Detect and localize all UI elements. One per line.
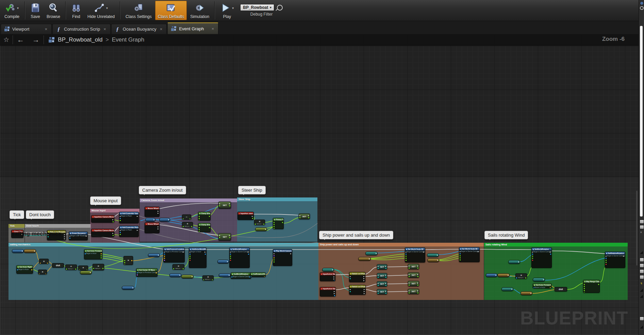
node-clamp-float[interactable]: Clamp (float) xyxy=(198,212,211,221)
node-mouse-wheel-up[interactable]: Mouse Wheel Up xyxy=(145,207,160,217)
close-icon[interactable]: × xyxy=(103,27,107,32)
node-[interactable]: ×Add pin + xyxy=(172,264,184,270)
variable-pill[interactable] xyxy=(148,253,160,257)
node-getrotationxvector[interactable]: GetRotationXVector xyxy=(250,272,266,277)
node-set[interactable]: SET xyxy=(408,289,419,294)
node-[interactable]: ×Add pin + xyxy=(202,275,214,281)
node-[interactable]: ×Add pin + xyxy=(254,220,265,225)
node-finterp-to[interactable]: FInterp To xyxy=(273,218,284,229)
variable-pill[interactable] xyxy=(508,260,520,264)
node-[interactable]: × xyxy=(38,270,47,274)
node-set-world-scale-3d[interactable]: Set World Scale 3DTarget is Scene Compon… xyxy=(405,248,425,262)
toolbar-button-simulation[interactable]: Simulation xyxy=(187,1,212,20)
node-inputaction-sailreef[interactable]: InputAction SailReef xyxy=(320,287,336,297)
variable-pill[interactable] xyxy=(501,287,513,291)
variable-pill[interactable] xyxy=(365,252,378,255)
node-get-actor-right-vector[interactable]: Get Actor Right VectorTarget is Actor xyxy=(16,265,33,274)
node-dot[interactable]: dot xyxy=(555,287,567,291)
node-set[interactable]: SET xyxy=(299,213,310,219)
panel-mini-button[interactable] xyxy=(640,269,644,273)
tab-viewport[interactable]: Viewport× xyxy=(1,24,52,34)
variable-pill[interactable] xyxy=(12,249,24,253)
node-map-range-clamped[interactable]: Map Range Clamped xyxy=(583,280,600,293)
node-[interactable]: ÷Add pin + xyxy=(65,265,77,270)
node-[interactable]: − xyxy=(182,214,191,220)
close-icon[interactable]: × xyxy=(44,27,48,32)
node-[interactable]: ×Add pin + xyxy=(515,273,527,279)
node-addactorworldrotation[interactable]: AddActorWorldRotationTarget is Actor xyxy=(189,248,207,268)
toolbar-button-browse[interactable]: Browse xyxy=(44,1,63,20)
variable-pill[interactable] xyxy=(80,271,92,274)
node-setrelativerotation[interactable]: SetRelativeRotationTarget is Scene Compo… xyxy=(605,252,625,268)
variable-pill[interactable] xyxy=(219,273,231,277)
node-set[interactable]: SET xyxy=(408,264,419,269)
close-icon[interactable]: × xyxy=(159,27,163,32)
node-clamp-float[interactable]: Clamp (float) xyxy=(198,223,211,232)
variable-pill[interactable] xyxy=(169,273,181,277)
variable-pill[interactable] xyxy=(122,286,134,290)
debug-search-icon[interactable] xyxy=(277,5,283,11)
tab-construction-scrip[interactable]: ƒConstruction Scrip× xyxy=(52,24,111,34)
variable-pill[interactable] xyxy=(427,253,439,257)
node-add-controller-yaw-input[interactable]: Add Controller Yaw InputTarget is Pawn xyxy=(119,212,139,223)
variable-pill[interactable] xyxy=(24,249,36,253)
node-inputaction-sailraise[interactable]: InputAction SailRaise xyxy=(320,272,335,281)
variable-pill[interactable] xyxy=(159,218,170,222)
node-set[interactable]: SET xyxy=(377,264,387,270)
node-switch-on-etrailscale[interactable]: Switch on ETrailScale xyxy=(349,285,366,295)
toolbar-button-class-defaults[interactable]: Class Defaults xyxy=(155,1,187,20)
toolbar-button-hide-unrelated[interactable]: ▾Hide Unrelated xyxy=(85,1,117,20)
tab-event-graph[interactable]: Event Graph× xyxy=(167,22,218,34)
node-[interactable]: × xyxy=(123,256,133,265)
variable-pill[interactable] xyxy=(181,275,194,278)
dropdown-caret-icon[interactable]: ▾ xyxy=(106,6,108,10)
variable-pill[interactable] xyxy=(255,227,267,231)
node-inputaxis-camera-movement-x[interactable]: InputAxis Camera Movement x xyxy=(91,215,114,223)
node-mouse-wheel-down[interactable]: Mouse Wheel Down xyxy=(145,222,160,233)
variable-pill[interactable] xyxy=(486,273,497,277)
toolbar-button-find[interactable]: Find xyxy=(68,1,84,20)
node-set[interactable]: SET xyxy=(377,281,387,287)
toolbar-button-save[interactable]: Save xyxy=(28,1,43,20)
node-set-world-scale-3d[interactable]: Set World Scale 3DTarget is Scene Compon… xyxy=(459,247,480,262)
node-[interactable]: +Add pin + xyxy=(182,222,193,227)
toolbar-button-compile[interactable]: ▾Compile xyxy=(2,1,22,20)
debug-filter-select[interactable]: BP_Rowboat▾ xyxy=(240,4,274,11)
node-setworldrotation[interactable]: SetWorldRotationTarget is Scene Componen… xyxy=(229,248,250,268)
variable-pill[interactable] xyxy=(533,278,545,282)
variable-pill[interactable] xyxy=(322,268,334,272)
panel-mini-button[interactable] xyxy=(640,264,644,268)
panel-mini-button[interactable] xyxy=(640,225,644,229)
variable-pill[interactable] xyxy=(497,273,510,277)
close-icon[interactable]: × xyxy=(211,26,215,31)
node-get-actor-forward-vector[interactable]: Get Actor Forward VectorTarget is Actor xyxy=(533,283,551,288)
panel-scrollbar[interactable] xyxy=(640,26,643,217)
panel-mini-button[interactable] xyxy=(640,220,644,224)
variable-pill[interactable] xyxy=(427,258,439,262)
graph-scrollbar[interactable] xyxy=(636,191,638,266)
event-graph-canvas[interactable]: TickDont touchMouse InputCamera Zoom in/… xyxy=(0,34,639,335)
node-[interactable]: × xyxy=(39,259,49,264)
node-add-force-at-location[interactable]: Add Force at LocationTarget is Primitive… xyxy=(163,248,185,262)
node-set[interactable]: SET xyxy=(377,273,387,278)
toolbar-button-play[interactable]: ▾Play xyxy=(217,1,236,20)
node-set[interactable]: SET xyxy=(218,202,231,209)
variable-pill[interactable] xyxy=(521,291,532,295)
dropdown-caret-icon[interactable]: ▾ xyxy=(232,6,234,10)
node-ocean-buoyancy[interactable]: Ocean BuoyancyTarget is BP Rowboat Old xyxy=(69,232,88,240)
node-set[interactable]: SET xyxy=(218,233,231,241)
node-[interactable]: + xyxy=(78,266,88,270)
node-set[interactable]: SET xyxy=(408,281,419,286)
panel-mini-button[interactable] xyxy=(640,258,644,262)
node-setworldrotation[interactable]: SetWorldRotationTarget is Scene Componen… xyxy=(531,248,552,268)
variable-pill[interactable] xyxy=(145,218,155,222)
node-switch-on-etrailscale[interactable]: Switch on ETrailScale xyxy=(349,272,365,282)
node-[interactable]: ×Add pin + xyxy=(93,264,104,270)
node-getworldrotation[interactable]: GetWorldRotationTarget is Scene Componen… xyxy=(231,272,251,279)
variable-pill[interactable] xyxy=(217,260,229,264)
node-play-world-camera-shake[interactable]: Play World Camera Shake xyxy=(273,249,292,266)
panel-mini-button[interactable] xyxy=(640,317,644,321)
tab-ocean-buoyancy[interactable]: ƒOcean Buoyancy× xyxy=(111,24,167,34)
panel-mini-button[interactable] xyxy=(640,275,644,279)
node-add-controller-pitch-input[interactable]: Add Controller Pitch InputTarget is Pawn xyxy=(119,226,139,237)
